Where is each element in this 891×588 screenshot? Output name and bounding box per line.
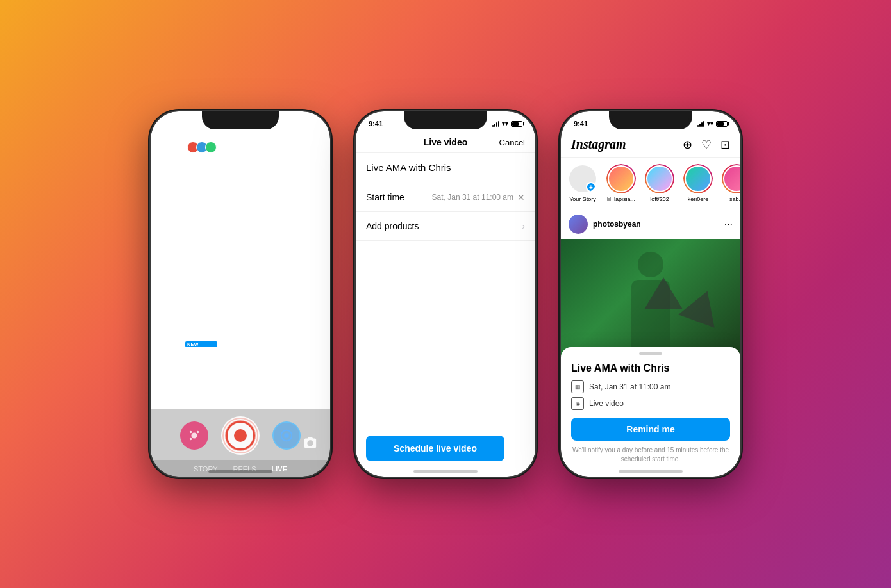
time-2: 9:41 [369,120,383,127]
shopping-icon: 🛍 [161,311,179,329]
story-name-2: loft/232 [650,196,669,202]
svg-point-0 [172,146,176,149]
followers-badge: 32 followers active now [187,142,294,153]
phone1-bottom: STORY REELS LIVE [151,409,330,477]
close-button[interactable]: ✕ [297,137,317,158]
post-username: photosbyean [593,220,719,229]
stories-row: + Your Story lil_lapisia... [561,158,740,209]
instagram-logo: Instagram [571,137,626,152]
messenger-icon[interactable]: ⊡ [720,138,730,152]
capture-button[interactable] [221,416,260,455]
phone-2: 9:41 ▾▾ Live video [356,111,535,477]
clear-button[interactable]: ✕ [517,192,525,202]
camera-overlay: 32 followers active now ✕ ☰ Title ♡ [151,111,330,477]
menu-item-badges[interactable]: ◎ Badges [161,283,222,301]
phone-3: 9:41 ▾▾ Instagram [561,111,740,477]
start-time-value: Sat, Jan 31 at 11:00 am [432,193,513,202]
wifi-icon-3: ▾▾ [707,120,713,127]
post-header: photosbyean ··· [561,209,740,239]
sheet-type-row: ◉ Live video [571,397,730,410]
heart-icon[interactable]: ♡ [701,138,712,152]
new-badge: NEW [185,341,217,347]
signal-icon-2 [492,120,499,127]
add-icon[interactable]: ⊕ [683,138,692,152]
story-3[interactable]: keri0ere [681,164,715,202]
post-more-button[interactable]: ··· [724,218,733,230]
sheet-note: We'll notify you a day before and 15 min… [571,446,730,464]
story-your[interactable]: + Your Story [566,164,599,202]
effect-btn-blue[interactable] [272,421,301,450]
camera-flip-button[interactable] [303,436,317,452]
story-name-your: Your Story [569,196,596,202]
wifi-icon-2: ▾▾ [502,120,508,127]
start-time-row[interactable]: Start time Sat, Jan 31 at 11:00 am ✕ [356,183,535,212]
cancel-button[interactable]: Cancel [499,138,525,147]
form-content: Live AMA with Chris Start time Sat, Jan … [356,153,535,241]
followers-text: 32 followers active now [221,143,294,151]
signal-icon-3 [697,120,704,127]
sheet-type: Live video [589,399,624,408]
story-name-1: lil_lapisia... [607,196,635,202]
status-bar-3: 9:41 ▾▾ [561,111,740,132]
start-time-label: Start time [366,192,404,202]
menu-item-title[interactable]: ☰ Title [161,227,222,245]
schedule-icon: ▦ [161,339,179,357]
menu-label-fundraiser: Fundraiser [185,259,222,268]
story-name-4: sab... [729,196,740,202]
add-story-plus: + [586,182,596,192]
title-row[interactable]: Live AMA with Chris [356,153,535,183]
capture-controls [151,409,330,460]
home-indicator-2 [413,470,478,473]
svg-point-7 [284,433,288,437]
schedule-live-button[interactable]: Schedule live video [366,436,504,461]
status-icons-2: ▾▾ [492,120,522,127]
home-indicator-1 [208,470,272,473]
story-1[interactable]: lil_lapisia... [604,164,638,202]
start-time-value-group: Sat, Jan 31 at 11:00 am ✕ [432,192,525,202]
live-video-icon: ◉ [571,397,584,410]
header-icons: ⊕ ♡ ⊡ [683,138,730,152]
menu-item-fundraiser[interactable]: ♡ Fundraiser [161,255,222,273]
story-name-3: keri0ere [688,196,709,202]
post-avatar [569,215,588,234]
time-3: 9:41 [574,120,588,127]
title-value: Live AMA with Chris [366,162,451,173]
chevron-right-icon: › [522,221,525,231]
menu-item-shopping[interactable]: 🛍 Shopping [161,311,222,329]
menu-label-badges: Badges [185,288,212,297]
home-indicator-3 [619,470,683,473]
sheet-date: Sat, Jan 31 at 11:00 am [589,382,670,391]
menu-label-shopping: Shopping [185,316,218,325]
flash-icon [233,156,247,173]
menu-label-schedule: Schedule [185,347,217,356]
instagram-header: Instagram ⊕ ♡ ⊡ [561,132,740,158]
status-icons-3: ▾▾ [697,120,728,127]
effect-btn-pink[interactable] [180,421,208,450]
calendar-icon: ▦ [571,380,584,393]
start-time-content: Start time Sat, Jan 31 at 11:00 am ✕ [366,192,525,202]
sheet-handle [639,352,662,355]
title-icon: ☰ [161,227,179,245]
fundraiser-icon: ♡ [161,255,179,273]
menu-item-schedule[interactable]: ▦ NEW Schedule [161,339,222,357]
bottom-tabs: STORY REELS LIVE [151,460,330,477]
live-video-title: Live video [424,137,467,147]
add-products-label: Add products [366,221,419,231]
story-4[interactable]: sab... [720,164,740,202]
side-menu: ☰ Title ♡ Fundraiser ◎ Badges 🛍 Shopping… [161,227,222,357]
tab-live[interactable]: LIVE [272,465,287,473]
story-2[interactable]: loft/232 [643,164,676,202]
menu-label-title: Title [185,231,199,240]
triangle-2 [678,284,725,328]
svg-point-4 [190,431,192,434]
schedule-button-container: Schedule live video [356,436,535,461]
triangle-1 [644,277,683,309]
status-bar-2: 9:41 ▾▾ [356,111,535,132]
sheet-date-row: ▦ Sat, Jan 31 at 11:00 am [571,380,730,393]
remind-me-button[interactable]: Remind me [571,418,730,441]
sheet-title: Live AMA with Chris [571,363,730,374]
add-products-row[interactable]: Add products › [356,212,535,241]
settings-button[interactable] [163,137,184,158]
svg-point-3 [191,432,197,438]
reminder-sheet: Live AMA with Chris ▦ Sat, Jan 31 at 11:… [561,347,740,477]
